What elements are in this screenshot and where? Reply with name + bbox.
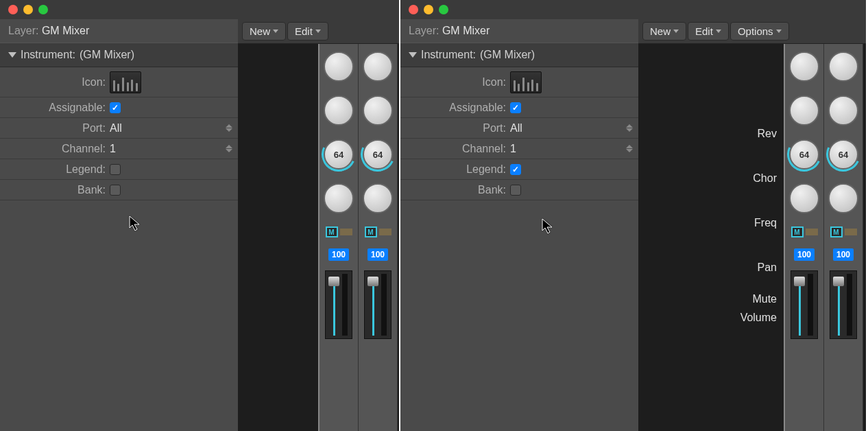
edit-menu[interactable]: Edit <box>287 22 328 40</box>
bank-checkbox[interactable] <box>510 185 521 196</box>
freq-knob[interactable]: 64 <box>826 137 860 172</box>
main-area: New Edit 64 M 100 <box>238 19 399 431</box>
stepper-icon[interactable] <box>226 145 232 152</box>
legend-checkbox[interactable] <box>110 164 121 175</box>
icon-row: Icon: <box>0 67 238 97</box>
stepper-icon[interactable] <box>626 145 633 152</box>
mixer-viewport: 64 M 100 64 M 100 <box>318 44 399 431</box>
solo-button[interactable] <box>379 229 391 235</box>
layer-value: GM Mixer <box>42 25 89 36</box>
port-label: Port: <box>400 122 510 135</box>
new-menu[interactable]: New <box>242 22 286 40</box>
inspector-sidebar: Layer: GM Mixer Instrument: (GM Mixer) I… <box>0 19 238 431</box>
icon-row: Icon: <box>400 67 638 97</box>
chor-knob[interactable] <box>787 93 821 128</box>
window-left: Layer: GM Mixer Instrument: (GM Mixer) I… <box>0 0 400 431</box>
chor-knob[interactable] <box>361 93 395 128</box>
window-body: Layer: GM Mixer Instrument: (GM Mixer) I… <box>400 19 866 431</box>
port-value[interactable]: All <box>110 122 238 135</box>
mute-button[interactable]: M <box>830 226 843 237</box>
icon-label: Icon: <box>0 76 110 89</box>
legend-label: Legend: <box>400 163 510 176</box>
legend-freq: Freq <box>715 200 784 245</box>
assignable-row: Assignable: <box>0 97 238 118</box>
main-area: New Edit Options Rev Chor Freq Pan Mute … <box>638 19 866 431</box>
legend-label: Legend: <box>0 163 110 176</box>
solo-button[interactable] <box>340 229 352 235</box>
solo-button[interactable] <box>806 229 818 235</box>
window-close-button[interactable] <box>8 5 18 14</box>
channel-value[interactable]: 1 <box>110 143 238 155</box>
layer-label: Layer: <box>8 25 38 36</box>
pan-knob[interactable] <box>787 181 821 216</box>
options-menu[interactable]: Options <box>730 22 789 40</box>
freq-knob[interactable]: 64 <box>322 137 356 172</box>
pan-knob[interactable] <box>826 181 860 216</box>
chor-knob[interactable] <box>322 93 356 128</box>
window-close-button[interactable] <box>409 5 418 14</box>
stepper-icon[interactable] <box>626 124 633 132</box>
mute-button[interactable]: M <box>365 226 377 237</box>
freq-knob[interactable]: 64 <box>361 137 395 172</box>
assignable-label: Assignable: <box>400 102 510 114</box>
assignable-checkbox[interactable] <box>110 102 121 113</box>
volume-value[interactable]: 100 <box>794 248 815 261</box>
channel-value[interactable]: 1 <box>510 143 638 155</box>
legend-mute: Mute <box>715 290 784 309</box>
toolbar: New Edit <box>238 19 399 44</box>
port-value[interactable]: All <box>510 122 638 135</box>
legend-chor: Chor <box>715 156 784 200</box>
instrument-section-header[interactable]: Instrument: (GM Mixer) <box>400 43 638 67</box>
volume-fader[interactable] <box>325 270 352 339</box>
mixer-icon[interactable] <box>510 71 542 93</box>
rev-knob[interactable] <box>322 49 356 84</box>
solo-button[interactable] <box>845 229 857 235</box>
legend-checkbox[interactable] <box>510 164 521 175</box>
volume-fader[interactable] <box>364 270 391 339</box>
chevron-down-icon <box>776 30 782 33</box>
window-zoom-button[interactable] <box>38 5 48 14</box>
rev-knob[interactable] <box>787 49 821 84</box>
legend-column: Rev Chor Freq Pan Mute Volume <box>715 44 784 431</box>
mute-button[interactable]: M <box>326 226 338 237</box>
volume-value[interactable]: 100 <box>833 248 854 261</box>
window-body: Layer: GM Mixer Instrument: (GM Mixer) I… <box>0 19 399 431</box>
chevron-down-icon <box>315 30 321 33</box>
chevron-down-icon <box>716 30 721 33</box>
volume-value[interactable]: 100 <box>328 248 349 261</box>
stepper-icon[interactable] <box>226 124 232 132</box>
instrument-value: (GM Mixer) <box>480 49 535 61</box>
channel-label: Channel: <box>400 143 510 155</box>
legend-row: Legend: <box>400 159 638 180</box>
window-minimize-button[interactable] <box>23 5 33 14</box>
mixer-icon[interactable] <box>110 71 141 93</box>
bank-checkbox[interactable] <box>110 185 121 196</box>
port-row: Port: All <box>400 118 638 139</box>
volume-fader[interactable] <box>791 270 818 339</box>
channel-row: Channel: 1 <box>0 139 238 159</box>
channel-row: Channel: 1 <box>400 139 638 159</box>
volume-value[interactable]: 100 <box>367 248 388 261</box>
edit-menu[interactable]: Edit <box>688 22 729 40</box>
new-menu[interactable]: New <box>642 22 686 40</box>
rev-knob[interactable] <box>361 49 395 84</box>
channel-strip: 64 M 100 <box>824 44 863 431</box>
window-minimize-button[interactable] <box>424 5 433 14</box>
channel-label: Channel: <box>0 143 110 155</box>
rev-knob[interactable] <box>826 49 860 84</box>
icon-label: Icon: <box>400 76 510 89</box>
assignable-row: Assignable: <box>400 97 638 118</box>
mute-button[interactable]: M <box>791 226 804 237</box>
instrument-section-header[interactable]: Instrument: (GM Mixer) <box>0 43 238 67</box>
channel-strip: 64 M 100 <box>359 44 398 431</box>
window-zoom-button[interactable] <box>439 5 448 14</box>
port-label: Port: <box>0 122 110 135</box>
assignable-checkbox[interactable] <box>510 102 521 113</box>
pan-knob[interactable] <box>322 181 356 216</box>
volume-fader[interactable] <box>830 270 857 339</box>
window-right: Layer: GM Mixer Instrument: (GM Mixer) I… <box>400 0 867 431</box>
chevron-down-icon <box>673 30 679 33</box>
pan-knob[interactable] <box>361 181 395 216</box>
chor-knob[interactable] <box>826 93 860 128</box>
freq-knob[interactable]: 64 <box>787 137 821 172</box>
